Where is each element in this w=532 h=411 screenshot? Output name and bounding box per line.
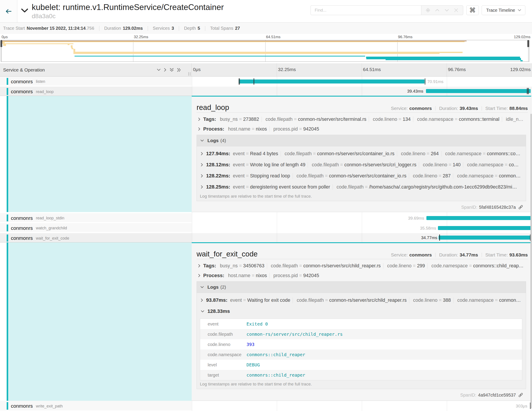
trace-view-selector-button[interactable]: Trace Timeline — [482, 5, 525, 15]
span-row-read-loop-stdin[interactable]: conmonrs read_loop_stdin 39.69ms — [0, 213, 532, 223]
span-log-marker — [439, 235, 440, 241]
span-row-read-loop[interactable]: conmonrs read_loop 39.43ms — [0, 87, 532, 96]
span-bar-cell[interactable]: 39.69ms — [192, 213, 532, 223]
log-entry[interactable]: 128.25ms: event=deregistering event sour… — [200, 181, 522, 193]
duration-label: Duration — [104, 26, 121, 31]
span-duration-label: 39.69ms — [408, 216, 424, 221]
span-bar-cell[interactable]: 35.58ms — [192, 223, 532, 233]
span-name-cell[interactable]: conmonrs write_exit_path — [0, 401, 192, 410]
span-name-cell[interactable]: conmonrs watch_grandchild — [0, 223, 192, 232]
logs-header[interactable]: Logs (2) — [197, 282, 526, 293]
prev-result-chevron-up-icon[interactable] — [435, 8, 440, 13]
back-button[interactable] — [0, 0, 17, 22]
page-scrollbar-thumb[interactable] — [531, 114, 532, 409]
span-bar[interactable] — [239, 79, 425, 83]
process-item: process.pid=942045 — [269, 273, 319, 278]
operation-name: watch_grandchild — [36, 226, 67, 230]
span-bar-cell[interactable]: 39.43ms — [192, 87, 532, 96]
viewport-scrubber-handle-right[interactable] — [527, 40, 529, 47]
span-log-marker — [238, 78, 239, 85]
process-accordian[interactable]: Process: host.name=nixos process.pid=942… — [197, 271, 526, 280]
equals-sign: = — [246, 184, 249, 190]
span-log-marker — [527, 88, 528, 94]
logs-header[interactable]: Logs (4) — [197, 135, 526, 146]
chevron-right-icon — [198, 274, 200, 277]
expand-all-double-chevron-right-icon[interactable] — [177, 68, 181, 72]
log-entry-expanded[interactable]: 128.33ms — [200, 306, 522, 317]
kv-key: event — [233, 151, 245, 157]
arrow-left-icon — [6, 9, 11, 14]
span-bar[interactable] — [426, 216, 531, 220]
kv-key: code.filepath — [297, 298, 324, 303]
span-bar[interactable] — [439, 235, 530, 240]
span-bar[interactable] — [426, 89, 531, 93]
trace-start-value: November 15 2022, 11:24:14 — [27, 26, 86, 31]
log-field: code.lineno=287 — [409, 173, 451, 179]
detail-left-accent[interactable] — [0, 242, 192, 401]
link-icon[interactable] — [518, 393, 523, 397]
span-color-accent — [7, 96, 8, 212]
log-entry[interactable]: 93.87ms: event=Waiting for exit code cod… — [200, 295, 522, 306]
minimap-tick-labels: 0μs 32.25ms 64.51ms 96.76ms 129.02ms — [0, 34, 532, 40]
total-spans-label: Total Spans — [210, 26, 233, 31]
page-title: kubelet: runtime.v1.RuntimeService/Creat… — [32, 3, 311, 12]
span-row-watch-grandchild[interactable]: conmonrs watch_grandchild 35.58ms — [0, 223, 532, 233]
logs-count: (4) — [220, 138, 226, 143]
kv-value: /home/sascha/.cargo/registry/src/github.… — [369, 184, 517, 190]
log-field: code.filepath=conmon-rs/server/src/conta… — [281, 151, 394, 157]
process-accordian[interactable]: Process: host.name=nixos process.pid=942… — [197, 124, 526, 134]
keyboard-shortcuts-button[interactable]: ⌘ — [466, 5, 479, 15]
span-row-write-exit-path[interactable]: conmonrs write_exit_path 303μs — [0, 401, 532, 411]
log-entry[interactable]: 127.94ms: event=Read 4 bytes code.filepa… — [200, 148, 522, 159]
log-field: event=Waiting for exit code — [230, 298, 290, 303]
collapse-all-double-chevron-down-icon[interactable] — [170, 68, 174, 72]
span-id-value: 4a947cfd1ce59537 — [478, 392, 516, 398]
ruler-gridline — [277, 63, 277, 76]
minimap-canvas[interactable] — [1, 40, 529, 62]
expand-one-chevron-right-icon[interactable] — [164, 68, 166, 72]
span-row-listen[interactable]: conmonrs listen 70.91ms — [0, 77, 532, 87]
log-timestamp: 128.22ms: — [206, 173, 230, 179]
span-bar-cell[interactable]: 303μs — [192, 401, 532, 411]
find-input[interactable] — [311, 5, 421, 15]
equals-sign: = — [340, 162, 343, 168]
span-name-cell[interactable]: conmonrs listen — [0, 77, 192, 86]
span-name-cell[interactable]: conmonrs read_loop — [0, 87, 192, 96]
locate-icon[interactable] — [425, 8, 431, 13]
span-row-wait-for-exit-code[interactable]: conmonrs wait_for_exit_code 34.77ms — [0, 233, 532, 242]
span-name-cell[interactable]: conmonrs read_loop_stdin — [0, 213, 192, 222]
operation-name: read_loop — [36, 89, 54, 94]
title-block: kubelet: runtime.v1.RuntimeService/Creat… — [32, 2, 311, 20]
span-name-cell[interactable]: conmonrs wait_for_exit_code — [0, 233, 192, 242]
collapse-one-chevron-down-icon[interactable] — [157, 68, 161, 72]
kv-key: code.filepath — [337, 184, 364, 190]
tag-item: idle_n… — [502, 117, 523, 122]
divider — [482, 253, 482, 257]
equals-sign: = — [239, 263, 242, 269]
kv-value: 287 — [443, 173, 451, 179]
next-result-chevron-down-icon[interactable] — [444, 8, 449, 13]
tags-accordian[interactable]: Tags: busy_ns=34506763 code.filepath=con… — [197, 261, 526, 271]
detail-left-accent[interactable] — [0, 96, 192, 212]
service-name: conmonrs — [11, 225, 33, 231]
viewport-scrubber-handle-left[interactable] — [0, 40, 2, 47]
equals-sign: = — [246, 162, 249, 168]
tags-accordian[interactable]: Tags: busy_ns=273882 code.filepath=conmo… — [197, 114, 526, 124]
trace-start-label: Trace Start — [3, 26, 25, 31]
tag-item: busy_ns=34506763 — [220, 263, 264, 269]
trace-stats-bar: Trace StartNovember 15 2022, 11:24:14.75… — [0, 23, 532, 34]
kv-value: conmonrs::terminal — [459, 117, 499, 122]
span-bar[interactable] — [438, 226, 531, 230]
log-field: code.filepath=conmon-rs/server/src/child… — [293, 298, 407, 303]
log-entry[interactable]: 128.22ms: event=Stopping read loop code.… — [200, 170, 522, 181]
span-bar-cell[interactable]: 34.77ms — [192, 233, 532, 242]
kv-key: code.lineno — [413, 173, 437, 179]
log-entry[interactable]: 128.12ms: event=Wrote log line of length… — [200, 159, 522, 170]
collapse-trace-header-chevron-icon[interactable] — [21, 9, 28, 13]
clear-search-close-icon[interactable] — [454, 8, 459, 13]
span-bar-cell[interactable]: 70.91ms — [192, 77, 532, 87]
log-timestamp: 128.25ms: — [206, 184, 230, 190]
equals-sign: = — [399, 117, 401, 122]
link-icon[interactable] — [518, 205, 523, 209]
column-resize-grip[interactable] — [188, 72, 190, 76]
